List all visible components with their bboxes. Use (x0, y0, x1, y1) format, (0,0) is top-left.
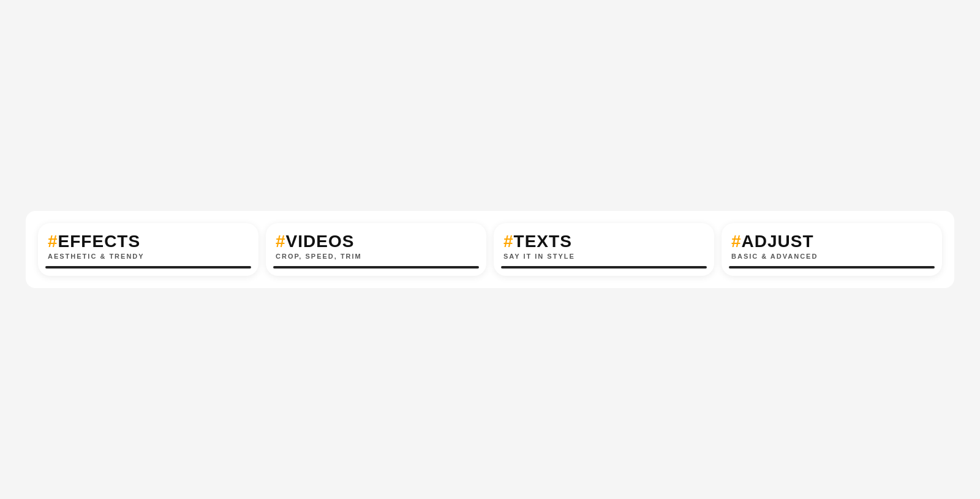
texts-title: #TEXTS (503, 232, 704, 251)
adjust-header: #ADJUST BASIC & ADVANCED (722, 223, 942, 266)
adjust-title: #ADJUST (731, 232, 932, 251)
texts-hash: # (503, 232, 514, 251)
videos-card: #VIDEOS CROP, SPEED, TRIM ⬜ Canvas (266, 223, 486, 276)
effects-header: #EFFECTS AESTHETIC & TRENDY (38, 223, 258, 266)
effects-phone-frame: CAMERA1 PLAY ▶ 00:00:00 SOURCE IPHONE 16… (45, 266, 251, 269)
videos-header: #VIDEOS CROP, SPEED, TRIM (266, 223, 486, 266)
effects-subtitle: AESTHETIC & TRENDY (48, 253, 249, 260)
main-container: #EFFECTS AESTHETIC & TRENDY CAMERA1 PLAY… (26, 211, 954, 288)
adjust-phone-frame: VLOG TIME TO TALKTO YOUR GAYLANGUAGELEAR… (729, 266, 935, 269)
effects-card: #EFFECTS AESTHETIC & TRENDY CAMERA1 PLAY… (38, 223, 258, 276)
texts-header: #TEXTS SAY IT IN STYLE (494, 223, 714, 266)
adjust-subtitle: BASIC & ADVANCED (731, 253, 932, 260)
videos-title: #VIDEOS (276, 232, 477, 251)
videos-phone-frame: ⬜ Canvas ◎ Beauty ✂ ♪ Music (273, 266, 479, 269)
effects-title: #EFFECTS (48, 232, 249, 251)
adjust-card: #ADJUST BASIC & ADVANCED VLOG TIME TO TA… (722, 223, 942, 276)
texts-card: #TEXTS SAY IT IN STYLE 🌸 ✦ Effects ◈ (494, 223, 714, 276)
adjust-hash: # (731, 232, 742, 251)
videos-hash: # (276, 232, 286, 251)
effects-hash: # (48, 232, 58, 251)
videos-subtitle: CROP, SPEED, TRIM (276, 253, 477, 260)
texts-subtitle: SAY IT IN STYLE (503, 253, 704, 260)
texts-phone-frame: 🌸 ✦ Effects ◈ Filters Aa ⬡ (501, 266, 707, 269)
